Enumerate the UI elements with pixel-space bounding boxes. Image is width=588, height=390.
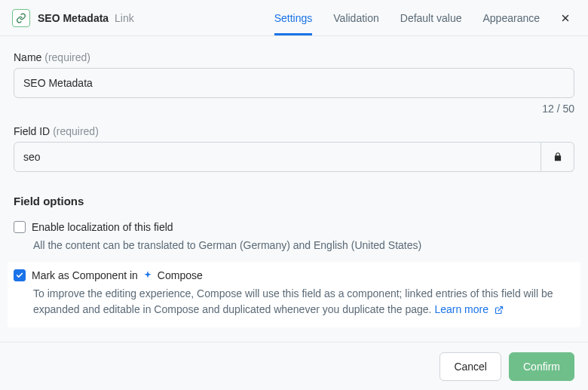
localization-label: Enable localization of this field [32,221,173,233]
cancel-button[interactable]: Cancel [439,352,501,381]
external-link-icon [495,306,504,315]
compose-description: To improve the editing experience, Compo… [33,286,574,317]
check-icon [16,272,23,279]
lock-icon [553,152,563,162]
tab-default-value[interactable]: Default value [400,0,462,35]
name-input[interactable] [14,68,574,98]
compose-label: Mark as Component in Compose [32,269,203,281]
tab-appearance[interactable]: Appearance [482,0,540,35]
option-compose: Mark as Component in Compose To improve … [8,262,580,327]
tab-bar: Settings Validation Default value Appear… [274,0,540,35]
field-options-heading: Field options [14,195,574,207]
confirm-button[interactable]: Confirm [509,352,574,381]
option-localization: Enable localization of this field All th… [14,216,574,262]
compose-sparkle-icon [142,270,153,281]
compose-learn-more-link[interactable]: Learn more [434,303,503,315]
dialog-header: SEO Metadata Link Settings Validation De… [0,0,588,36]
compose-checkbox[interactable] [14,269,26,281]
field-id-row [14,142,574,172]
dialog-title: SEO Metadata Link [38,12,134,24]
link-field-icon [12,9,30,27]
tab-validation[interactable]: Validation [333,0,378,35]
localization-description: All the content can be translated to Ger… [33,238,574,253]
name-label: Name (required) [14,51,574,63]
field-id-lock-button[interactable] [541,142,574,172]
field-id-label: Field ID (required) [14,125,574,137]
close-button[interactable] [555,8,576,29]
svg-line-2 [498,306,503,311]
field-id-input[interactable] [14,142,541,172]
localization-checkbox[interactable] [14,221,26,233]
field-type-label: Link [115,12,134,24]
dialog-footer: Cancel Confirm [0,342,588,390]
name-char-counter: 12 / 50 [14,103,574,115]
dialog-body: Name (required) 12 / 50 Field ID (requir… [0,36,588,327]
tab-settings[interactable]: Settings [274,0,313,35]
close-icon [560,13,571,23]
header-title-group: SEO Metadata Link [12,9,134,27]
